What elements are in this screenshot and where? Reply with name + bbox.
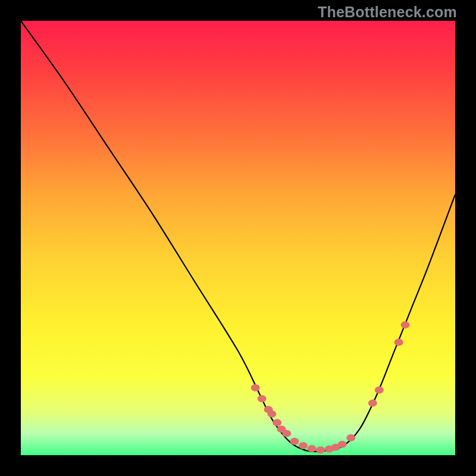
- marker-dot: [251, 384, 260, 392]
- marker-dot: [290, 438, 299, 445]
- outer-frame: TheBottleneck.com: [0, 0, 476, 476]
- marker-dot: [299, 442, 308, 449]
- marker-dot: [282, 430, 291, 437]
- marker-dot: [394, 339, 403, 346]
- plot-area: [21, 21, 455, 455]
- marker-dot: [368, 399, 377, 406]
- marker-dot: [316, 446, 325, 453]
- highlight-markers: [251, 321, 410, 453]
- bottleneck-curve: [21, 21, 455, 452]
- watermark-text: TheBottleneck.com: [318, 4, 457, 21]
- marker-dot: [401, 321, 410, 328]
- marker-dot: [346, 434, 355, 441]
- marker-dot: [273, 419, 281, 426]
- marker-dot: [267, 411, 276, 418]
- chart-svg: [21, 21, 455, 455]
- marker-dot: [308, 445, 317, 452]
- marker-dot: [338, 441, 347, 448]
- marker-dot: [375, 387, 384, 394]
- marker-dot: [258, 395, 267, 402]
